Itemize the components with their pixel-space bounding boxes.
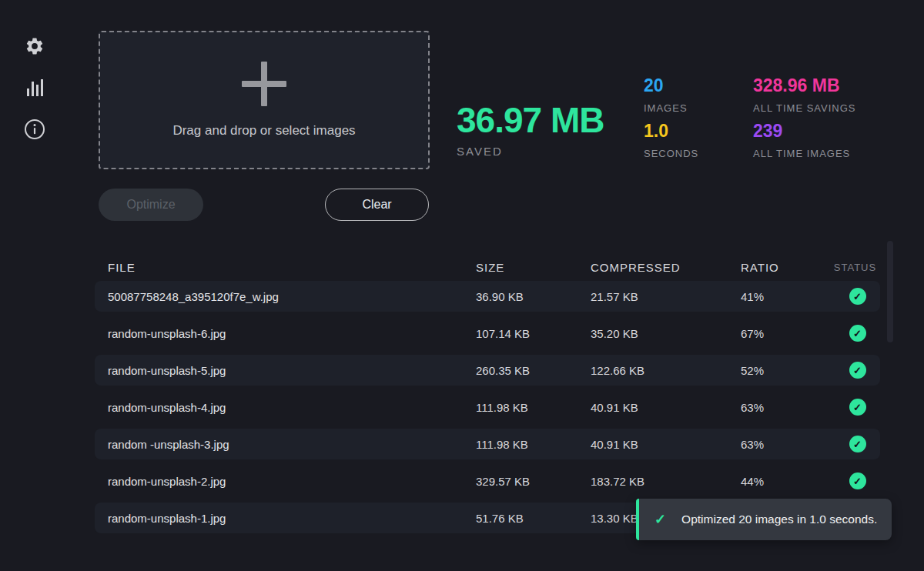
seconds-count: 1.0 [644,120,698,142]
file-size: 329.57 KB [476,475,591,488]
file-ratio: 63% [741,401,835,414]
table-row[interactable]: random-unsplash-5.jpg 260.35 KB 122.66 K… [95,355,880,386]
file-ratio: 44% [741,475,835,488]
file-compressed: 183.72 KB [591,475,741,488]
file-compressed: 35.20 KB [591,327,741,340]
status-cell: ✓ [835,472,880,489]
info-icon [24,119,45,140]
success-check-icon: ✓ [849,325,866,342]
alltime-savings-label: ALL TIME SAVINGS [753,102,856,114]
saved-stat: 36.97 MB SAVED [457,100,604,158]
sidebar [20,34,49,142]
bar-chart-icon [23,76,46,99]
header-file: FILE [95,261,476,274]
seconds-label: SECONDS [644,148,698,159]
status-cell: ✓ [835,399,880,416]
images-count: 20 [644,75,698,96]
toast-notification: ✓ Optimized 20 images in 1.0 seconds. [636,499,892,540]
file-size: 111.98 KB [476,438,591,451]
file-size: 107.14 KB [476,327,591,340]
sidebar-stats-button[interactable] [22,75,47,100]
success-check-icon: ✓ [849,436,866,452]
file-size: 111.98 KB [476,401,591,414]
status-cell: ✓ [835,436,880,452]
alltime-images-label: ALL TIME IMAGES [753,148,856,159]
results-table: FILE SIZE COMPRESSED RATIO STATUS 500877… [95,254,880,539]
header-ratio: RATIO [741,261,835,274]
file-name: random-unsplash-5.jpg [95,364,476,377]
header-status: STATUS [835,262,880,273]
file-name: random-unsplash-6.jpg [95,327,476,340]
file-compressed: 40.91 KB [591,438,741,451]
table-row[interactable]: random-unsplash-2.jpg 329.57 KB 183.72 K… [95,466,880,496]
success-check-icon: ✓ [849,472,866,489]
alltime-images-value: 239 [753,120,856,142]
file-ratio: 67% [741,327,835,340]
alltime-stats: 328.96 MB ALL TIME SAVINGS 239 ALL TIME … [753,75,856,159]
images-label: IMAGES [644,102,698,114]
app-window: Drag and drop or select images Optimize … [0,0,924,571]
file-ratio: 41% [741,290,835,303]
file-name: random-unsplash-1.jpg [95,512,476,525]
file-name: random -unsplash-3.jpg [95,438,476,451]
session-stats: 20 IMAGES 1.0 SECONDS [644,75,698,159]
success-check-icon: ✓ [849,288,866,305]
optimize-button[interactable]: Optimize [99,189,203,221]
file-size: 51.76 KB [476,512,591,525]
file-name: random-unsplash-4.jpg [95,401,476,414]
file-ratio: 63% [741,438,835,451]
saved-value: 36.97 MB [457,100,604,140]
saved-label: SAVED [457,145,604,158]
success-check-icon: ✓ [849,362,866,379]
file-name: random-unsplash-2.jpg [95,475,476,488]
table-row[interactable]: 50087758248_a395120f7e_w.jpg 36.90 KB 21… [95,281,880,312]
clear-button[interactable]: Clear [325,189,429,221]
gear-icon [25,36,45,56]
file-compressed: 21.57 KB [591,290,741,303]
table-body: 50087758248_a395120f7e_w.jpg 36.90 KB 21… [95,281,880,533]
alltime-savings-value: 328.96 MB [753,75,856,96]
status-cell: ✓ [835,325,880,342]
status-cell: ✓ [835,362,880,379]
scrollbar-thumb[interactable] [887,241,893,342]
table-header: FILE SIZE COMPRESSED RATIO STATUS [95,254,880,281]
table-row[interactable]: random-unsplash-6.jpg 107.14 KB 35.20 KB… [95,318,880,349]
success-check-icon: ✓ [849,399,866,416]
plus-icon [242,62,286,106]
table-row[interactable]: random-unsplash-4.jpg 111.98 KB 40.91 KB… [95,392,880,422]
header-compressed: COMPRESSED [591,261,741,274]
sidebar-info-button[interactable] [22,117,47,142]
status-cell: ✓ [835,288,880,305]
toast-message: Optimized 20 images in 1.0 seconds. [681,513,877,526]
sidebar-settings-button[interactable] [22,34,47,58]
file-size: 260.35 KB [476,364,591,377]
file-compressed: 40.91 KB [591,401,741,414]
file-size: 36.90 KB [476,290,591,303]
table-row[interactable]: random -unsplash-3.jpg 111.98 KB 40.91 K… [95,429,880,459]
file-compressed: 122.66 KB [591,364,741,377]
file-ratio: 52% [741,364,835,377]
header-size: SIZE [476,261,591,274]
dropzone-label: Drag and drop or select images [172,123,355,139]
toast-check-icon: ✓ [654,511,666,528]
dropzone[interactable]: Drag and drop or select images [99,31,430,169]
file-name: 50087758248_a395120f7e_w.jpg [95,290,476,303]
